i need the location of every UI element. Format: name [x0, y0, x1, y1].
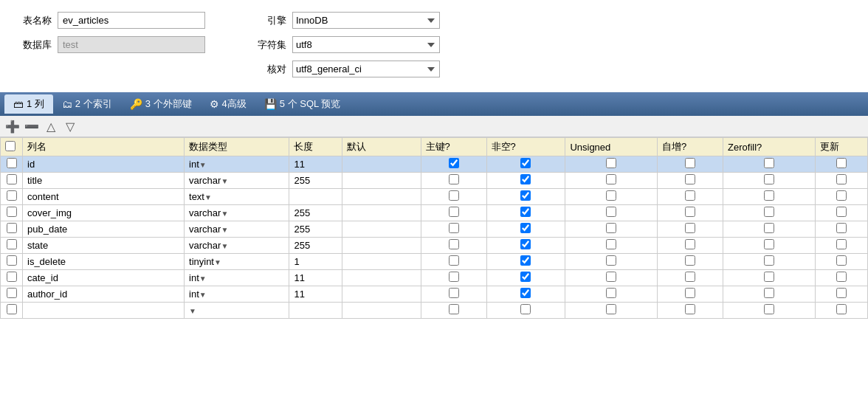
column-name-input[interactable]: [27, 159, 108, 170]
auto-increment-checkbox[interactable]: [685, 239, 695, 249]
column-name-input[interactable]: [27, 256, 108, 267]
column-name-input[interactable]: [27, 191, 108, 202]
zerofill-checkbox[interactable]: [764, 288, 774, 298]
primary-key-checkbox[interactable]: [449, 255, 459, 266]
update-checkbox[interactable]: [836, 272, 847, 282]
row-select-checkbox[interactable]: [7, 255, 17, 266]
zerofill-checkbox[interactable]: [764, 272, 774, 282]
not-null-checkbox[interactable]: [520, 255, 531, 266]
update-checkbox[interactable]: [836, 158, 847, 168]
column-name-input[interactable]: [27, 289, 108, 300]
tab-columns[interactable]: 🗃 1 列: [4, 94, 53, 114]
row-select-checkbox[interactable]: [7, 190, 17, 201]
type-dropdown-arrow[interactable]: ▼: [221, 226, 228, 234]
unsigned-checkbox[interactable]: [606, 158, 616, 168]
unsigned-checkbox[interactable]: [606, 272, 616, 282]
tab-sql[interactable]: 💾 5 个 SQL 预览: [255, 94, 350, 114]
unsigned-checkbox[interactable]: [606, 288, 616, 298]
auto-increment-checkbox[interactable]: [685, 288, 695, 298]
move-up-button[interactable]: △: [43, 118, 59, 134]
auto-increment-checkbox[interactable]: [685, 158, 695, 168]
update-checkbox[interactable]: [836, 207, 847, 217]
not-null-checkbox[interactable]: [520, 223, 531, 233]
add-row-button[interactable]: ➕: [4, 118, 21, 134]
zerofill-checkbox[interactable]: [764, 255, 774, 266]
auto-increment-checkbox[interactable]: [685, 207, 695, 217]
not-null-checkbox[interactable]: [520, 239, 531, 249]
primary-key-checkbox[interactable]: [449, 158, 459, 168]
primary-key-checkbox[interactable]: [449, 239, 459, 249]
zerofill-checkbox[interactable]: [764, 174, 774, 184]
tab-advanced[interactable]: ⚙ 4高级: [201, 94, 255, 114]
update-checkbox[interactable]: [836, 304, 847, 314]
move-down-button[interactable]: ▽: [62, 118, 78, 134]
row-select-checkbox[interactable]: [7, 288, 17, 298]
engine-select[interactable]: InnoDB MyISAM: [292, 12, 440, 29]
row-select-checkbox[interactable]: [7, 158, 17, 168]
not-null-checkbox[interactable]: [520, 304, 531, 314]
primary-key-checkbox[interactable]: [449, 272, 459, 282]
column-name-input[interactable]: [27, 175, 108, 186]
column-name-input[interactable]: [27, 272, 108, 283]
tab-indexes[interactable]: 🗂 2 个索引: [53, 94, 121, 114]
row-select-checkbox[interactable]: [7, 272, 17, 282]
update-checkbox[interactable]: [836, 190, 847, 201]
type-dropdown-arrow[interactable]: ▼: [221, 242, 228, 250]
zerofill-checkbox[interactable]: [764, 223, 774, 233]
not-null-checkbox[interactable]: [520, 190, 531, 201]
type-dropdown-arrow[interactable]: ▼: [199, 275, 207, 283]
auto-increment-checkbox[interactable]: [685, 304, 695, 314]
remove-row-button[interactable]: ➖: [24, 118, 40, 134]
unsigned-checkbox[interactable]: [606, 223, 616, 233]
zerofill-checkbox[interactable]: [764, 158, 774, 168]
update-checkbox[interactable]: [836, 223, 847, 233]
row-select-checkbox[interactable]: [7, 207, 17, 217]
auto-increment-checkbox[interactable]: [685, 255, 695, 266]
type-dropdown-arrow[interactable]: ▼: [189, 307, 196, 315]
primary-key-checkbox[interactable]: [449, 190, 459, 201]
select-all-checkbox[interactable]: [5, 141, 16, 151]
charset-select[interactable]: utf8 utf8mb4 latin1: [292, 36, 440, 53]
type-dropdown-arrow[interactable]: ▼: [199, 161, 207, 169]
not-null-checkbox[interactable]: [520, 174, 531, 184]
unsigned-checkbox[interactable]: [606, 174, 616, 184]
type-dropdown-arrow[interactable]: ▼: [214, 258, 221, 266]
row-select-checkbox[interactable]: [7, 174, 17, 184]
row-select-checkbox[interactable]: [7, 223, 17, 233]
type-dropdown-arrow[interactable]: ▼: [221, 177, 228, 185]
not-null-checkbox[interactable]: [520, 288, 531, 298]
unsigned-checkbox[interactable]: [606, 304, 616, 314]
zerofill-checkbox[interactable]: [764, 207, 774, 217]
auto-increment-checkbox[interactable]: [685, 223, 695, 233]
auto-increment-checkbox[interactable]: [685, 174, 695, 184]
table-name-input[interactable]: [58, 12, 205, 29]
primary-key-checkbox[interactable]: [449, 174, 459, 184]
row-select-checkbox[interactable]: [7, 304, 17, 314]
auto-increment-checkbox[interactable]: [685, 190, 695, 201]
update-checkbox[interactable]: [836, 255, 847, 266]
row-select-checkbox[interactable]: [7, 239, 17, 249]
type-dropdown-arrow[interactable]: ▼: [221, 210, 228, 218]
unsigned-checkbox[interactable]: [606, 207, 616, 217]
zerofill-checkbox[interactable]: [764, 190, 774, 201]
collation-select[interactable]: utf8_general_ci utf8_unicode_ci: [292, 61, 440, 77]
column-name-input[interactable]: [27, 240, 108, 251]
column-name-input[interactable]: [27, 207, 108, 218]
zerofill-checkbox[interactable]: [764, 304, 774, 314]
column-name-input[interactable]: [27, 224, 108, 235]
type-dropdown-arrow[interactable]: ▼: [199, 291, 207, 299]
primary-key-checkbox[interactable]: [449, 207, 459, 217]
unsigned-checkbox[interactable]: [606, 255, 616, 266]
unsigned-checkbox[interactable]: [606, 239, 616, 249]
update-checkbox[interactable]: [836, 288, 847, 298]
primary-key-checkbox[interactable]: [449, 223, 459, 233]
auto-increment-checkbox[interactable]: [685, 272, 695, 282]
not-null-checkbox[interactable]: [520, 272, 531, 282]
tab-foreign[interactable]: 🔑 3 个外部键: [121, 94, 201, 114]
not-null-checkbox[interactable]: [520, 207, 531, 217]
primary-key-checkbox[interactable]: [449, 304, 459, 314]
type-dropdown-arrow[interactable]: ▼: [204, 193, 212, 201]
unsigned-checkbox[interactable]: [606, 190, 616, 201]
update-checkbox[interactable]: [836, 174, 847, 184]
zerofill-checkbox[interactable]: [764, 239, 774, 249]
